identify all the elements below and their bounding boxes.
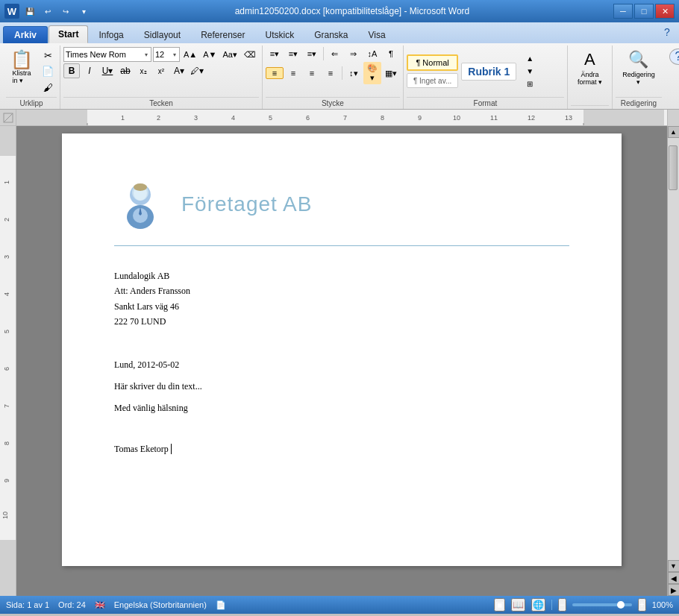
superscript-button[interactable]: x²: [153, 63, 169, 78]
styles-expand-button[interactable]: ⊞: [521, 78, 539, 89]
bold-button[interactable]: B: [63, 63, 80, 78]
save-quick-btn[interactable]: 💾: [22, 4, 37, 18]
doc-body[interactable]: Här skriver du din text...: [114, 381, 569, 392]
document-scroll[interactable]: Företaget AB Lundalogik AB Att: Anders F…: [16, 126, 667, 596]
justify-button[interactable]: ≡: [322, 67, 340, 79]
align-left-button[interactable]: ≡: [266, 67, 284, 79]
italic-button[interactable]: I: [81, 63, 98, 78]
highlight-button[interactable]: 🖊▾: [189, 63, 205, 78]
ruler-v-svg: 1 2 3 4 5 6 7 8 9 10: [0, 126, 16, 596]
paste-icon: 📋: [10, 50, 33, 69]
status-bar: Sida: 1 av 1 Ord: 24 🇬🇧 Engelska (Storbr…: [0, 596, 679, 614]
tab-visa[interactable]: Visa: [359, 26, 395, 43]
styles-scroll-down-button[interactable]: ▼: [521, 66, 539, 77]
font-name-arrow[interactable]: ▾: [143, 51, 149, 58]
align-center-button[interactable]: ≡: [284, 67, 302, 79]
redigering-button[interactable]: 🔍 Redigering▾: [618, 47, 660, 89]
shading-button[interactable]: 🎨▾: [363, 62, 381, 84]
scroll-up-arrow[interactable]: ▲: [668, 126, 680, 138]
zoom-slider[interactable]: [572, 603, 632, 606]
font-grow-button[interactable]: A▲: [181, 48, 199, 60]
style-rubrik1-button[interactable]: Rubrik 1: [461, 63, 516, 81]
underline-button[interactable]: U▾: [99, 63, 116, 78]
address-block: Lundalogik AB Att: Anders Fransson Sankt…: [114, 268, 569, 330]
subscript-button[interactable]: x₂: [135, 63, 151, 78]
doc-signature[interactable]: Tomas Eketorp: [114, 444, 569, 455]
zoom-slider-thumb[interactable]: [617, 601, 625, 609]
sort-button[interactable]: ↕A: [363, 48, 381, 60]
style-normal-button[interactable]: ¶ Normal: [407, 54, 458, 71]
font-size-arrow[interactable]: ▾: [172, 51, 178, 58]
minimize-btn[interactable]: ─: [613, 4, 633, 19]
scroll-thumb[interactable]: [669, 145, 678, 190]
font-name-box[interactable]: Times New Rom ▾: [63, 47, 151, 62]
tab-infoga[interactable]: Infoga: [89, 26, 133, 43]
document-page: Företaget AB Lundalogik AB Att: Anders F…: [62, 133, 622, 566]
zoom-out-btn[interactable]: −: [558, 598, 566, 612]
bullet-list-button[interactable]: ≡▾: [266, 48, 284, 60]
change-case-button[interactable]: Aa▾: [220, 48, 239, 61]
styles-scroll-up-button[interactable]: ▲: [521, 53, 539, 64]
style-inget-button[interactable]: ¶ Inget av...: [407, 73, 458, 88]
paste-button[interactable]: 📋 Klistrain ▾: [6, 47, 37, 87]
font-size-input[interactable]: 12: [155, 50, 172, 59]
svg-text:6: 6: [306, 114, 310, 122]
group-urklipp-label: Urklipp: [6, 97, 57, 109]
increase-indent-button[interactable]: ⇒: [345, 48, 363, 60]
tab-referenser[interactable]: Referenser: [191, 26, 254, 43]
help-icon[interactable]: ?: [658, 24, 676, 40]
zoom-in-btn[interactable]: +: [638, 598, 646, 612]
close-btn[interactable]: ✕: [655, 4, 675, 19]
tab-granska[interactable]: Granska: [304, 26, 357, 43]
window-controls: ─ □ ✕: [613, 4, 675, 19]
maximize-btn[interactable]: □: [634, 4, 654, 19]
tab-start[interactable]: Start: [48, 25, 88, 43]
svg-point-36: [134, 183, 147, 191]
scroll-track[interactable]: [668, 138, 679, 560]
tab-arkiv[interactable]: Arkiv: [3, 26, 48, 43]
copy-button[interactable]: 📄: [39, 64, 57, 79]
font-size-box[interactable]: 12 ▾: [153, 47, 180, 62]
group-redigering-label: Redigering: [616, 97, 662, 109]
redo-quick-btn[interactable]: ↪: [58, 4, 73, 18]
andraformat-button[interactable]: A Ändraformat ▾: [573, 47, 607, 89]
svg-text:7: 7: [3, 404, 10, 408]
andraformat-icon: A: [584, 50, 595, 69]
svg-text:5: 5: [269, 114, 272, 122]
view-normal-btn[interactable]: ▣: [494, 598, 505, 612]
border-button[interactable]: ▦▾: [382, 67, 400, 80]
status-right: ▣ 📖 🌐 − + 100%: [494, 598, 673, 612]
view-web-btn[interactable]: 🌐: [531, 598, 545, 612]
view-read-btn[interactable]: 📖: [511, 598, 525, 612]
ribbon-tab-bar: Arkiv Start Infoga Sidlayout Referenser …: [0, 22, 679, 43]
font-shrink-button[interactable]: A▼: [201, 48, 219, 60]
ruler-vertical: 1 2 3 4 5 6 7 8 9 10: [0, 126, 16, 596]
multilevel-list-button[interactable]: ≡▾: [303, 48, 321, 60]
main-area: 1 2 3 4 5 6 7 8 9 10: [0, 126, 679, 596]
show-formatting-button[interactable]: ¶: [382, 48, 400, 60]
tab-utskick[interactable]: Utskick: [256, 26, 304, 43]
scroll-next-page-arrow[interactable]: ▶: [668, 584, 680, 596]
undo-quick-btn[interactable]: ↩: [40, 4, 55, 18]
clear-format-button[interactable]: ⌫: [241, 48, 259, 61]
text-color-button[interactable]: A▾: [171, 63, 187, 78]
svg-text:10: 10: [453, 114, 460, 122]
scrollbar-vertical[interactable]: ▲ ▼ ◀ ▶: [667, 126, 679, 596]
font-name-input[interactable]: Times New Rom: [66, 50, 143, 59]
cut-button[interactable]: ✂: [39, 48, 57, 63]
tab-sidlayout[interactable]: Sidlayout: [134, 26, 190, 43]
customize-quick-btn[interactable]: ▾: [76, 4, 91, 18]
group-format-label: Format: [407, 97, 564, 109]
align-right-button[interactable]: ≡: [303, 67, 321, 79]
company-logo: [114, 178, 166, 230]
line-spacing-button[interactable]: ↕▾: [345, 67, 363, 80]
numbered-list-button[interactable]: ≡▾: [284, 48, 302, 60]
strikethrough-button[interactable]: ab: [117, 63, 134, 78]
ruler-area: 1 2 3 4 5 6 7 8 9 10 11 12 13: [0, 110, 679, 126]
cut-icon: ✂: [44, 51, 52, 61]
format-painter-button[interactable]: 🖌: [39, 81, 57, 95]
decrease-indent-button[interactable]: ⇐: [326, 48, 344, 60]
help-ribbon-button[interactable]: ?: [669, 48, 679, 65]
scroll-prev-page-arrow[interactable]: ◀: [668, 572, 680, 584]
scroll-down-arrow[interactable]: ▼: [668, 560, 680, 572]
